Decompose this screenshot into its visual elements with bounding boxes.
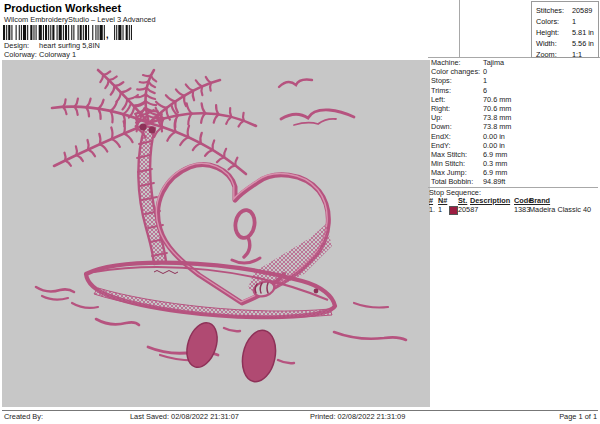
machine-label: Total Bobbin: <box>431 177 483 186</box>
machine-label: Color changes: <box>431 67 483 76</box>
header-divider <box>459 0 460 57</box>
machine-value: 0.00 in <box>483 132 505 141</box>
footer-printed: Printed: 02/08/2022 21:31:09 <box>310 412 405 421</box>
production-worksheet-page: Production Worksheet Wilcom EmbroiderySt… <box>0 0 600 424</box>
coconut <box>149 127 156 134</box>
colorway-label: Colorway: <box>4 50 37 59</box>
col-description: Description <box>470 196 510 205</box>
machine-label: Down: <box>431 122 483 131</box>
design-canvas <box>2 60 430 407</box>
colorway-value: Colorway 1 <box>39 50 76 59</box>
col-brand: Brand <box>529 196 550 205</box>
barcode-separator: , <box>106 30 109 40</box>
leash-plug <box>314 289 319 294</box>
machine-value: Tajima <box>483 58 504 67</box>
machine-value: 6 <box>483 86 487 95</box>
machine-value: 70.6 mm <box>483 95 511 104</box>
footer-page-number: Page 1 of 1 <box>559 412 597 421</box>
coconut <box>140 124 147 131</box>
thread-color-swatch <box>449 206 458 215</box>
stat-label: Zoom: <box>536 50 557 59</box>
cell-stitches: 20587 <box>458 205 478 214</box>
machine-label: Min Stitch: <box>431 159 483 168</box>
col-num: # <box>429 196 433 205</box>
design-value: heart surfing 5,8IN <box>39 41 100 50</box>
design-name-row: Design: heart surfing 5,8IN <box>4 41 100 50</box>
machine-value: 0.00 in <box>483 141 505 150</box>
stat-value: 1 <box>572 17 576 26</box>
machine-value: 6.9 mm <box>483 150 507 159</box>
stat-value: 1:1 <box>572 50 582 59</box>
col-stitches: St. <box>458 196 467 205</box>
machine-label: Trims: <box>431 86 483 95</box>
machine-value: 70.6 mm <box>483 104 511 113</box>
cell-code: 1383 <box>514 205 530 214</box>
footer-last-saved: Last Saved: 02/08/2022 21:31:07 <box>130 412 239 421</box>
barcode-secondary <box>112 25 134 40</box>
page-title: Production Worksheet <box>4 2 121 14</box>
machine-label: Stops: <box>431 76 483 85</box>
machine-label: EndY: <box>431 141 483 150</box>
stat-value: 5.81 in <box>572 28 594 37</box>
app-version-subtitle: Wilcom EmbroideryStudio – Level 3 Advanc… <box>4 15 156 24</box>
machine-value: 94.89ft <box>483 177 505 186</box>
cell-num: 1. <box>429 205 435 214</box>
waves <box>36 287 406 360</box>
palm-fronds <box>52 70 256 174</box>
machine-label: Machine: <box>431 58 483 67</box>
machine-value: 73.8 mm <box>483 122 511 131</box>
machine-label: Max Stitch: <box>431 150 483 159</box>
stat-label: Stitches: <box>536 6 564 15</box>
machine-value: 1 <box>483 76 487 85</box>
machine-value: 0 <box>483 67 487 76</box>
machine-label: EndX: <box>431 132 483 141</box>
machine-value: 73.8 mm <box>483 113 511 122</box>
design-stats-panel: Stitches:20589 Colors:1 Height:5.81 in W… <box>531 1 599 58</box>
stat-label: Height: <box>536 28 559 37</box>
cell-needle: 1 <box>438 205 442 214</box>
stat-label: Colors: <box>536 17 559 26</box>
barcode-main <box>3 25 105 40</box>
stat-value: 20589 <box>572 6 592 15</box>
machine-label: Max Jump: <box>431 168 483 177</box>
machine-label: Left: <box>431 95 483 104</box>
machine-label: Up: <box>431 113 483 122</box>
col-needle: N# <box>438 196 447 205</box>
machine-value: 6.9 mm <box>483 168 507 177</box>
machine-info-panel: Machine:Tajima Color changes:0 Stops:1 T… <box>431 58 511 187</box>
embroidery-design-preview <box>2 60 430 407</box>
cell-brand: Madeira Classic 40 <box>529 205 591 214</box>
feet <box>182 319 294 385</box>
stat-label: Width: <box>536 39 557 48</box>
board-signature <box>154 271 178 274</box>
machine-value: 0.3 mm <box>483 159 507 168</box>
footer-created-by: Created By: <box>4 412 43 421</box>
footer-divider <box>2 410 598 411</box>
colorway-row: Colorway: Colorway 1 <box>4 50 76 59</box>
stat-value: 5.56 in <box>572 39 594 48</box>
machine-label: Right: <box>431 104 483 113</box>
design-label: Design: <box>4 41 37 50</box>
birds-icon <box>279 80 354 125</box>
